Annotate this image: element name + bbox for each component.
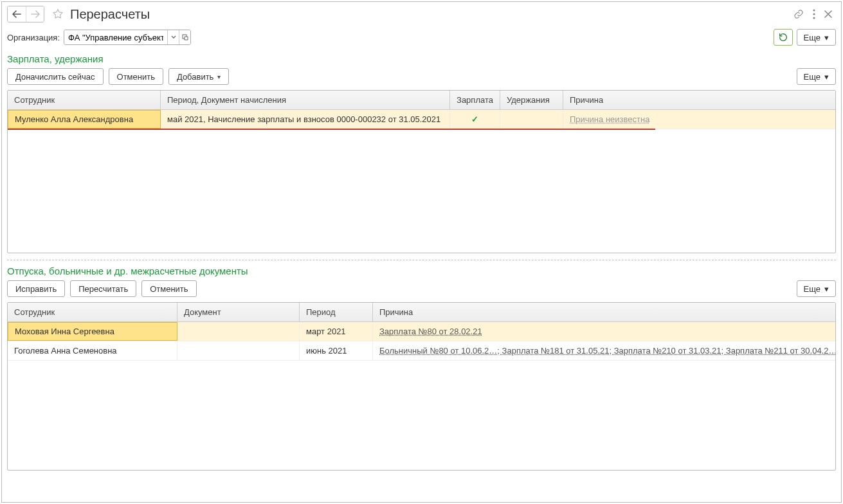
table-row[interactable]: Гоголева Анна Семеновна июнь 2021 Больни… xyxy=(8,341,835,361)
svg-point-0 xyxy=(813,9,815,11)
col-employee[interactable]: Сотрудник xyxy=(8,91,161,109)
fix-button[interactable]: Исправить xyxy=(7,280,65,297)
col-salary[interactable]: Зарплата xyxy=(450,91,500,109)
link-icon[interactable] xyxy=(793,9,804,19)
grid1-header: Сотрудник Период, Документ начисления За… xyxy=(8,91,835,110)
cell-period: июнь 2021 xyxy=(300,341,373,360)
add-button[interactable]: Добавить ▾ xyxy=(168,68,229,85)
accrue-now-button[interactable]: Доначислить сейчас xyxy=(7,68,104,85)
kebab-menu-icon[interactable] xyxy=(813,9,815,19)
reason-link[interactable]: Причина неизвестна xyxy=(570,114,649,124)
titlebar: Перерасчеты xyxy=(2,2,841,26)
cell-reason: Причина неизвестна xyxy=(563,110,835,129)
nav-forward-button[interactable] xyxy=(26,6,44,22)
cell-document xyxy=(177,322,300,341)
cancel-button-1[interactable]: Отменить xyxy=(109,68,163,85)
cell-reason: Больничный №80 от 10.06.2…; Зарплата №18… xyxy=(373,341,835,360)
grid-vacations: Сотрудник Документ Период Причина Мохова… xyxy=(7,302,836,471)
org-dropdown-icon[interactable] xyxy=(167,30,179,44)
cell-document xyxy=(177,341,300,360)
cell-employee: Моховая Инна Сергеевна xyxy=(8,322,177,341)
window: Перерасчеты Организация: xyxy=(1,1,842,503)
org-open-icon[interactable] xyxy=(179,30,190,44)
grid-salary: Сотрудник Период, Документ начисления За… xyxy=(7,90,836,253)
col-document[interactable]: Документ xyxy=(177,303,300,321)
svg-point-2 xyxy=(813,17,815,19)
cell-employee: Гоголева Анна Семеновна xyxy=(8,341,177,360)
chevron-down-icon: ▾ xyxy=(824,33,829,42)
section1-more-button[interactable]: Еще ▾ xyxy=(797,68,836,85)
table-row[interactable]: Моховая Инна Сергеевна март 2021 Зарплат… xyxy=(8,322,835,341)
section1-toolbar: Доначислить сейчас Отменить Добавить ▾ Е… xyxy=(2,67,841,90)
grid2-header: Сотрудник Документ Период Причина xyxy=(8,303,835,322)
col-deductions[interactable]: Удержания xyxy=(500,91,563,109)
svg-point-1 xyxy=(813,13,815,15)
reason-link[interactable]: Зарплата №80 от 28.02.21 xyxy=(379,327,482,336)
cell-employee: Муленко Алла Александровна xyxy=(8,110,161,129)
recalc-button[interactable]: Пересчитать xyxy=(70,280,136,297)
refresh-button[interactable] xyxy=(774,29,793,46)
section1-title: Зарплата, удержания xyxy=(2,52,841,67)
chevron-down-icon: ▾ xyxy=(217,73,221,80)
reason-link[interactable]: Больничный №80 от 10.06.2…; Зарплата №18… xyxy=(379,346,835,356)
table-row[interactable]: Муленко Алла Александровна май 2021, Нач… xyxy=(8,110,835,129)
cell-period: март 2021 xyxy=(300,322,373,341)
title-icons xyxy=(793,9,836,19)
section2-more-button[interactable]: Еще ▾ xyxy=(797,280,836,297)
grid2-body: Моховая Инна Сергеевна март 2021 Зарплат… xyxy=(8,322,835,470)
cell-period-doc: май 2021, Начисление зарплаты и взносов … xyxy=(161,110,450,129)
nav-group xyxy=(7,6,44,22)
section2-title: Отпуска, больничные и др. межрасчетные д… xyxy=(2,264,841,279)
top-more-label: Еще xyxy=(804,33,820,42)
cancel-button-2[interactable]: Отменить xyxy=(141,280,196,297)
chevron-down-icon: ▾ xyxy=(824,72,829,82)
col-reason-2[interactable]: Причина xyxy=(373,303,835,321)
favorite-star-icon[interactable] xyxy=(50,6,66,22)
chevron-down-icon: ▾ xyxy=(824,284,829,294)
filter-row: Организация: Еще ▾ xyxy=(2,26,841,52)
org-input[interactable] xyxy=(64,30,167,44)
col-employee-2[interactable]: Сотрудник xyxy=(8,303,177,321)
row-underline xyxy=(8,129,655,130)
org-label: Организация: xyxy=(7,33,60,42)
cell-reason: Зарплата №80 от 28.02.21 xyxy=(373,322,835,341)
close-icon[interactable] xyxy=(824,10,832,18)
nav-back-button[interactable] xyxy=(8,6,26,22)
section-separator xyxy=(7,260,836,260)
col-reason[interactable]: Причина xyxy=(563,91,835,109)
grid1-body: Муленко Алла Александровна май 2021, Нач… xyxy=(8,110,835,253)
cell-salary-check: ✓ xyxy=(450,110,500,129)
org-combo[interactable] xyxy=(64,30,191,45)
section2-toolbar: Исправить Пересчитать Отменить Еще ▾ xyxy=(2,279,841,302)
col-period-doc[interactable]: Период, Документ начисления xyxy=(161,91,450,109)
cell-deductions xyxy=(500,110,563,129)
top-more-button[interactable]: Еще ▾ xyxy=(797,29,836,46)
col-period[interactable]: Период xyxy=(300,303,373,321)
page-title: Перерасчеты xyxy=(70,7,150,22)
